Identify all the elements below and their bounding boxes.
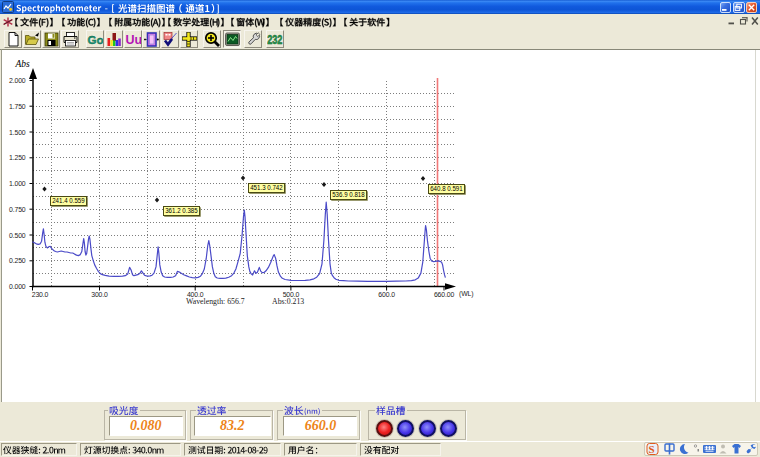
svg-text:Go: Go	[87, 34, 102, 46]
svg-text:Uu: Uu	[125, 33, 142, 47]
svg-text:241.4 0.559: 241.4 0.559	[52, 197, 85, 204]
svg-text:0.750: 0.750	[9, 206, 26, 213]
svg-text:Wavelength: 656.7: Wavelength: 656.7	[186, 297, 245, 306]
svg-text:Abs:0.213: Abs:0.213	[272, 297, 304, 306]
svg-text:230.0: 230.0	[32, 291, 49, 298]
svg-text:640.8 0.591: 640.8 0.591	[430, 185, 463, 192]
svg-text:(WL): (WL)	[459, 290, 473, 298]
svg-text:451.3 0.742: 451.3 0.742	[250, 184, 283, 191]
svg-text:600.0: 600.0	[378, 291, 395, 298]
svg-text:S: S	[649, 443, 655, 455]
svg-text:1.250: 1.250	[9, 154, 26, 161]
svg-text:0.250: 0.250	[9, 257, 26, 264]
svg-text:1.750: 1.750	[9, 103, 26, 110]
svg-text:2.000: 2.000	[9, 77, 26, 84]
svg-text:536.9 0.818: 536.9 0.818	[332, 191, 365, 198]
svg-text:0.500: 0.500	[9, 232, 26, 239]
svg-text:1.000: 1.000	[9, 180, 26, 187]
svg-text:300.0: 300.0	[91, 291, 108, 298]
svg-text:0.000: 0.000	[9, 283, 26, 290]
svg-text:361.2 0.385: 361.2 0.385	[165, 207, 198, 214]
svg-text:Abs: Abs	[15, 59, 31, 69]
svg-text:232: 232	[267, 33, 282, 47]
svg-text:1.500: 1.500	[9, 129, 26, 136]
svg-text:660.00: 660.00	[434, 291, 454, 298]
